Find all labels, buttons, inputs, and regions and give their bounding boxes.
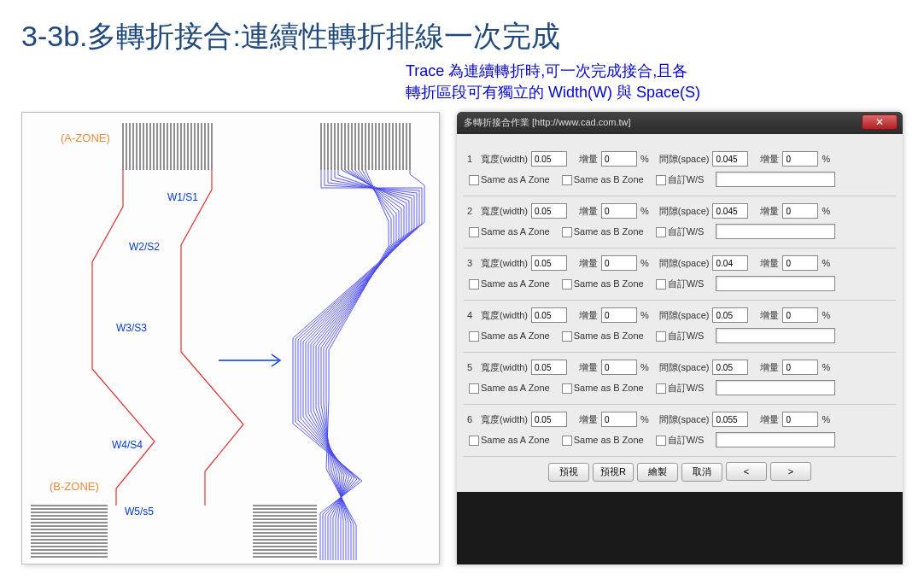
- same-a-checkbox[interactable]: Same as A Zone: [469, 435, 550, 446]
- space-inc-input[interactable]: [782, 360, 818, 375]
- seg4-label: W4/S4: [112, 439, 143, 451]
- width-label: 寬度(width): [481, 361, 528, 374]
- pct-label-2: %: [822, 154, 830, 164]
- custom-ws-input[interactable]: [716, 172, 835, 187]
- custom-ws-checkbox[interactable]: 自訂W/S: [656, 330, 705, 342]
- diagram-svg: [22, 113, 441, 565]
- space-input[interactable]: [712, 151, 748, 167]
- cancel-button[interactable]: 取消: [681, 463, 722, 482]
- width-input[interactable]: [531, 203, 567, 219]
- width-input[interactable]: [531, 151, 567, 167]
- same-a-checkbox[interactable]: Same as A Zone: [469, 383, 550, 394]
- same-b-checkbox[interactable]: Same as B Zone: [562, 226, 644, 237]
- space-label: 間隙(space): [659, 413, 710, 426]
- space-label: 間隙(space): [659, 309, 710, 322]
- inc-label-2: 增量: [760, 257, 779, 270]
- same-b-checkbox[interactable]: Same as B Zone: [562, 330, 644, 342]
- same-a-checkbox[interactable]: Same as A Zone: [469, 226, 550, 237]
- same-b-checkbox[interactable]: Same as B Zone: [562, 174, 644, 185]
- space-input[interactable]: [712, 203, 748, 219]
- pct-label: %: [640, 362, 649, 372]
- result-b-bars: [253, 506, 317, 557]
- space-input[interactable]: [712, 360, 748, 375]
- custom-ws-checkbox[interactable]: 自訂W/S: [656, 225, 705, 238]
- seg5-label: W5/s5: [125, 506, 154, 518]
- custom-ws-input[interactable]: [716, 276, 835, 291]
- inc-label-2: 增量: [760, 361, 779, 374]
- dialog-body: 1寬度(width)增量%間隙(space)增量%Same as A ZoneS…: [457, 134, 903, 492]
- inc-label: 增量: [579, 361, 598, 374]
- custom-ws-checkbox[interactable]: 自訂W/S: [656, 434, 705, 447]
- row-number: 5: [467, 362, 477, 372]
- custom-ws-checkbox[interactable]: 自訂W/S: [656, 382, 705, 395]
- width-label: 寬度(width): [481, 413, 528, 426]
- draw-button[interactable]: 繪製: [637, 463, 678, 482]
- width-input[interactable]: [531, 307, 567, 323]
- same-b-checkbox[interactable]: Same as B Zone: [562, 383, 644, 394]
- subtitle-line1: Trace 為連續轉折時,可一次完成接合,且各: [406, 62, 687, 79]
- preview-r-button[interactable]: 預視R: [593, 463, 634, 482]
- width-inc-input[interactable]: [601, 360, 637, 375]
- a-zone-bars: [120, 123, 214, 170]
- inc-label: 增量: [579, 413, 598, 426]
- page-title: 3-3b.多轉折接合:連續性轉折排線一次完成: [21, 17, 903, 56]
- button-row: 預視預視R繪製取消<>: [464, 457, 896, 483]
- same-a-checkbox[interactable]: Same as A Zone: [469, 278, 550, 290]
- result-a-bars: [321, 123, 410, 170]
- subtitle-line2: 轉折區段可有獨立的 Width(W) 與 Space(S): [406, 84, 700, 101]
- custom-ws-checkbox[interactable]: 自訂W/S: [656, 173, 705, 186]
- width-inc-input[interactable]: [601, 412, 637, 427]
- pct-label: %: [640, 154, 649, 164]
- segment-row-5: 5寬度(width)增量%間隙(space)增量%Same as A ZoneS…: [464, 353, 896, 405]
- pct-label-2: %: [822, 258, 830, 268]
- routed-traces: [293, 170, 424, 560]
- space-label: 間隙(space): [659, 153, 710, 166]
- preview-button[interactable]: 預視: [548, 463, 589, 482]
- inc-label-2: 增量: [760, 205, 779, 218]
- a-zone-label: (A-ZONE): [61, 132, 110, 144]
- width-input[interactable]: [531, 255, 567, 271]
- space-label: 間隙(space): [659, 205, 710, 218]
- segment-row-2: 2寬度(width)增量%間隙(space)增量%Same as A ZoneS…: [464, 196, 896, 249]
- segment-row-1: 1寬度(width)增量%間隙(space)增量%Same as A ZoneS…: [464, 144, 896, 196]
- custom-ws-input[interactable]: [716, 380, 835, 395]
- space-input[interactable]: [712, 255, 748, 271]
- close-button[interactable]: ✕: [862, 114, 898, 130]
- space-inc-input[interactable]: [782, 203, 818, 219]
- inc-label: 增量: [579, 153, 598, 166]
- space-inc-input[interactable]: [782, 255, 818, 271]
- custom-ws-input[interactable]: [716, 328, 835, 343]
- width-label: 寬度(width): [481, 205, 528, 218]
- pct-label-2: %: [822, 414, 830, 424]
- same-a-checkbox[interactable]: Same as A Zone: [469, 330, 550, 342]
- space-inc-input[interactable]: [782, 151, 818, 167]
- pct-label: %: [640, 206, 649, 216]
- width-inc-input[interactable]: [601, 203, 637, 219]
- width-input[interactable]: [531, 412, 567, 427]
- width-input[interactable]: [531, 360, 567, 375]
- same-a-checkbox[interactable]: Same as A Zone: [469, 174, 550, 185]
- width-inc-input[interactable]: [601, 151, 637, 167]
- same-b-checkbox[interactable]: Same as B Zone: [562, 278, 644, 290]
- width-label: 寬度(width): [481, 257, 528, 270]
- custom-ws-input[interactable]: [716, 432, 835, 447]
- row-number: 1: [467, 154, 477, 164]
- dialog-titlebar[interactable]: 多轉折接合作業 [http://www.cad.com.tw] ✕: [457, 112, 903, 134]
- space-inc-input[interactable]: [782, 307, 818, 323]
- width-inc-input[interactable]: [601, 307, 637, 323]
- space-input[interactable]: [712, 412, 748, 427]
- inc-label-2: 增量: [760, 413, 779, 426]
- prev-button[interactable]: <: [726, 462, 767, 481]
- space-input[interactable]: [712, 307, 748, 323]
- same-b-checkbox[interactable]: Same as B Zone: [562, 435, 644, 446]
- pct-label: %: [640, 310, 649, 320]
- row-number: 3: [467, 258, 477, 268]
- space-inc-input[interactable]: [782, 412, 818, 427]
- inc-label: 增量: [579, 257, 598, 270]
- custom-ws-input[interactable]: [716, 224, 835, 239]
- custom-ws-checkbox[interactable]: 自訂W/S: [656, 278, 705, 290]
- width-label: 寬度(width): [481, 309, 528, 322]
- width-inc-input[interactable]: [601, 255, 637, 271]
- space-label: 間隙(space): [659, 257, 710, 270]
- next-button[interactable]: >: [770, 462, 811, 481]
